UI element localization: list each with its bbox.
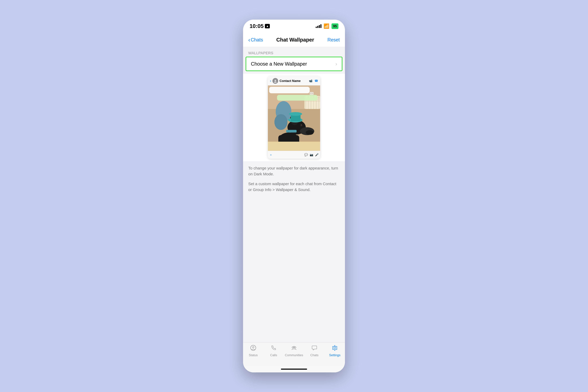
avatar [272,78,278,84]
svg-rect-27 [286,130,296,132]
tab-communities[interactable]: Communities [284,345,304,357]
contact-name: Contact Name [280,79,308,83]
status-time: 10:05 ▲ [250,23,270,29]
reset-button[interactable]: Reset [328,37,340,42]
calls-icon [270,345,276,352]
chat-preview-body [268,86,320,151]
communities-icon [291,345,297,352]
svg-point-40 [252,346,254,348]
tab-calls[interactable]: Calls [264,345,284,357]
svg-point-35 [289,112,302,116]
status-bar: 10:05 ▲ 📶 95 [243,20,345,33]
svg-point-25 [301,125,302,125]
bottom-spacer [243,200,345,342]
mic-icon[interactable]: 🎤 [315,153,318,156]
svg-rect-37 [269,87,310,93]
camera-icon[interactable]: 📷 [310,153,313,156]
description-section: To change your wallpaper for dark appear… [243,161,345,200]
chat-preview-container: ‹ Contact Name 📹 ☎ [243,74,345,161]
wifi-icon: 📶 [324,24,330,29]
tab-calls-label: Calls [270,353,277,357]
chat-preview-header: ‹ Contact Name 📹 ☎ [268,76,320,86]
nav-bar: ‹ Chats Chat Wallpaper Reset [243,33,345,47]
back-label: Chats [251,37,263,42]
tab-communities-label: Communities [285,353,303,357]
phone-frame: 10:05 ▲ 📶 95 ‹ Chats Chat Wallpaper Rese… [243,20,345,372]
chevron-left-icon: ‹ [248,36,250,43]
time-label: 10:05 [250,23,264,29]
svg-point-0 [274,80,276,81]
chats-icon [312,345,318,352]
status-right: 📶 95 [316,24,338,29]
svg-point-19 [274,114,288,130]
status-icon [250,345,256,352]
home-indicator [243,366,345,372]
svg-rect-15 [310,92,314,95]
svg-point-1 [274,82,276,83]
choose-wallpaper-label: Choose a New Wallpaper [251,61,307,67]
choose-wallpaper-row[interactable]: Choose a New Wallpaper › [246,57,342,71]
svg-point-44 [334,347,336,349]
settings-icon [332,345,338,352]
chat-header-icons: 📹 ☎ [309,79,318,82]
notification-icon: ▲ [265,24,270,28]
svg-rect-38 [277,95,318,100]
tab-chats[interactable]: Chats [304,345,324,357]
add-attachment-icon[interactable]: ＋ [270,153,272,157]
svg-point-17 [312,93,313,94]
description-text-2: Set a custom wallpaper for each chat fro… [248,181,340,192]
signal-icon [316,24,322,28]
chat-preview: ‹ Contact Name 📹 ☎ [268,76,320,159]
phone-call-icon[interactable]: ☎ [314,79,318,82]
scroll-content: WALLPAPERS Choose a New Wallpaper › ‹ [243,47,345,342]
tab-settings-label: Settings [329,353,340,357]
description-text-1: To change your wallpaper for dark appear… [248,165,340,177]
tab-settings[interactable]: Settings [324,345,345,357]
tab-bar: Status Calls Communities [243,342,345,366]
battery-badge: 95 [332,24,338,29]
svg-point-22 [306,130,314,135]
video-call-icon[interactable]: 📹 [309,79,312,82]
chat-preview-footer: ＋ 💬 📷 🎤 [268,151,320,159]
sticker-icon[interactable]: 💬 [304,153,308,156]
svg-rect-36 [268,142,320,151]
chevron-right-icon: › [336,61,337,67]
svg-point-16 [310,93,311,94]
tab-status[interactable]: Status [243,345,264,357]
chat-back-icon: ‹ [270,79,271,83]
tab-chats-label: Chats [310,353,318,357]
home-bar [281,368,307,370]
wallpapers-section-label: WALLPAPERS [243,47,345,57]
page-title: Chat Wallpaper [276,37,314,43]
tab-status-label: Status [249,353,258,357]
back-button[interactable]: ‹ Chats [248,36,263,43]
